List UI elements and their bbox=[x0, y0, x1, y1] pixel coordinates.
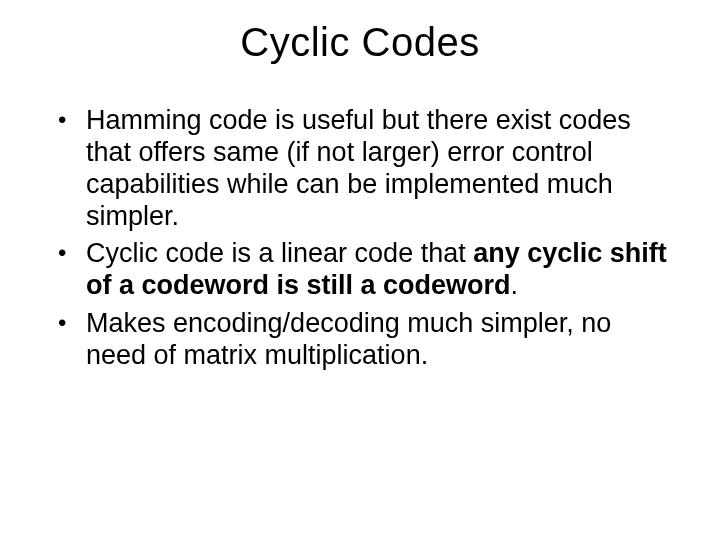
slide-title: Cyclic Codes bbox=[50, 20, 670, 65]
bullet-2-post: . bbox=[511, 270, 519, 300]
slide-body: Hamming code is useful but there exist c… bbox=[50, 105, 670, 372]
bullet-list: Hamming code is useful but there exist c… bbox=[50, 105, 670, 372]
bullet-3: Makes encoding/decoding much simpler, no… bbox=[76, 308, 670, 372]
slide: Cyclic Codes Hamming code is useful but … bbox=[0, 0, 720, 540]
bullet-2: Cyclic code is a linear code that any cy… bbox=[76, 238, 670, 302]
bullet-1: Hamming code is useful but there exist c… bbox=[76, 105, 670, 232]
bullet-2-pre: Cyclic code is a linear code that bbox=[86, 238, 473, 268]
